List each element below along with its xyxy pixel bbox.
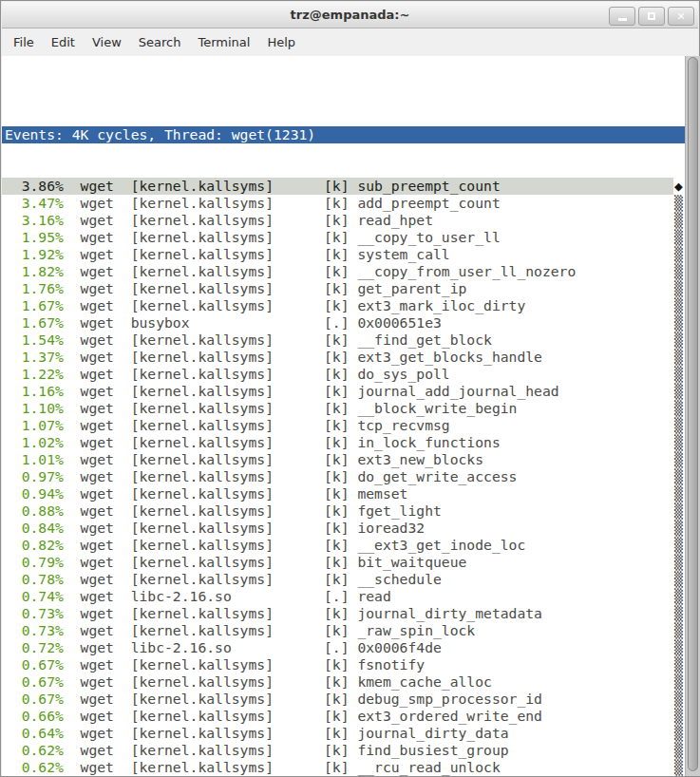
gtk-scrollbar-track[interactable] (685, 56, 700, 776)
close-button[interactable]: ✕ (668, 7, 694, 26)
tui-scrollbar-track-icon: ▒ (674, 639, 683, 656)
minimize-button[interactable] (609, 7, 635, 26)
minimize-icon (618, 18, 627, 21)
tui-scrollbar-track-icon: ▒ (674, 725, 683, 742)
perf-row[interactable]: 1.82% wget [kernel.kallsyms] [k] __copy_… (2, 263, 685, 280)
perf-row[interactable]: 1.95% wget [kernel.kallsyms] [k] __copy_… (2, 229, 685, 246)
tui-scrollbar-track-icon: ▒ (674, 622, 683, 639)
tui-scrollbar-track-icon: ▒ (674, 434, 683, 451)
overhead-pct: 0.67% (5, 691, 64, 707)
overhead-pct: 1.76% (5, 280, 64, 296)
overhead-pct: 3.86% (5, 178, 64, 194)
tui-scrollbar-track-icon: ▒ (674, 554, 683, 571)
perf-row[interactable]: 0.79% wget [kernel.kallsyms] [k] bit_wai… (2, 554, 685, 571)
perf-row[interactable]: 1.92% wget [kernel.kallsyms] [k] system_… (2, 246, 685, 263)
perf-row[interactable]: 3.16% wget [kernel.kallsyms] [k] read_hp… (2, 212, 685, 229)
tui-scrollbar-track-icon: ▒ (674, 280, 683, 297)
menu-help[interactable]: Help (258, 28, 304, 56)
perf-row[interactable]: 3.47% wget [kernel.kallsyms] [k] add_pre… (2, 195, 685, 212)
menubar: File Edit View Search Terminal Help (2, 28, 698, 56)
terminal-top-padding (2, 90, 685, 92)
tui-scrollbar-track-icon: ▒ (674, 673, 683, 691)
perf-row[interactable]: 0.78% wget [kernel.kallsyms] [k] __sched… (2, 571, 685, 588)
perf-row[interactable]: 0.82% wget [kernel.kallsyms] [k] __ext3_… (2, 537, 685, 554)
perf-row[interactable]: 0.73% wget [kernel.kallsyms] [k] _raw_sp… (2, 622, 685, 639)
perf-row[interactable]: 0.74% wget libc-2.16.so [.] read▒ (2, 588, 685, 605)
terminal-window: trz@empanada:~ ✕ File Edit View Search T… (0, 0, 700, 777)
overhead-pct: 0.66% (5, 708, 64, 724)
overhead-pct: 1.16% (5, 383, 64, 399)
perf-row[interactable]: 0.84% wget [kernel.kallsyms] [k] ioread3… (2, 520, 685, 537)
overhead-pct: 0.94% (5, 485, 64, 502)
row-details: wget libc-2.16.so [.] read (64, 588, 391, 604)
perf-row[interactable]: 0.67% wget [kernel.kallsyms] [k] debug_s… (2, 691, 685, 708)
perf-row[interactable]: 1.76% wget [kernel.kallsyms] [k] get_par… (2, 280, 685, 297)
titlebar[interactable]: trz@empanada:~ ✕ (2, 2, 698, 28)
close-icon: ✕ (676, 11, 685, 22)
menu-view[interactable]: View (84, 28, 130, 56)
menu-edit[interactable]: Edit (43, 28, 84, 56)
perf-row[interactable]: 1.67% wget busybox [.] 0x000651e3▒ (2, 314, 685, 332)
row-details: wget [kernel.kallsyms] [k] journal_dirty… (64, 725, 509, 741)
perf-row[interactable]: 1.10% wget [kernel.kallsyms] [k] __block… (2, 400, 685, 417)
perf-row[interactable]: 3.86% wget [kernel.kallsyms] [k] sub_pre… (2, 178, 685, 195)
row-details: wget [kernel.kallsyms] [k] fget_light (64, 502, 442, 519)
perf-row[interactable]: 1.67% wget [kernel.kallsyms] [k] ext3_ma… (2, 297, 685, 314)
perf-row[interactable]: 1.16% wget [kernel.kallsyms] [k] journal… (2, 383, 685, 400)
overhead-pct: 1.37% (5, 349, 64, 365)
menu-search[interactable]: Search (130, 28, 190, 56)
row-details: wget libc-2.16.so [.] 0x0006f4de (64, 639, 442, 655)
overhead-pct: 0.74% (5, 588, 64, 604)
overhead-pct: 0.97% (5, 468, 64, 484)
perf-row[interactable]: 0.94% wget [kernel.kallsyms] [k] memset▒ (2, 485, 685, 502)
overhead-pct: 1.02% (5, 434, 64, 450)
row-details: wget [kernel.kallsyms] [k] sub_preempt_c… (64, 178, 501, 194)
row-details: wget [kernel.kallsyms] [k] __rcu_read_un… (64, 759, 501, 775)
perf-row[interactable]: 0.64% wget [kernel.kallsyms] [k] journal… (2, 725, 685, 742)
tui-scrollbar-track-icon: ▒ (674, 605, 683, 622)
tui-scrollbar-track-icon: ▒ (674, 588, 683, 605)
perf-row[interactable]: 1.37% wget [kernel.kallsyms] [k] ext3_ge… (2, 349, 685, 366)
perf-row[interactable]: 1.54% wget [kernel.kallsyms] [k] __find_… (2, 332, 685, 349)
perf-row[interactable]: 1.02% wget [kernel.kallsyms] [k] in_lock… (2, 434, 685, 451)
perf-row[interactable]: 0.88% wget [kernel.kallsyms] [k] fget_li… (2, 502, 685, 520)
tui-scrollbar-track-icon: ▒ (674, 708, 683, 725)
row-details: wget [kernel.kallsyms] [k] tcp_recvmsg (64, 417, 450, 433)
perf-row[interactable]: 0.73% wget [kernel.kallsyms] [k] journal… (2, 605, 685, 622)
perf-row[interactable]: 0.62% wget [kernel.kallsyms] [k] __rcu_r… (2, 759, 685, 776)
menu-terminal[interactable]: Terminal (189, 28, 258, 56)
perf-row[interactable]: 0.97% wget [kernel.kallsyms] [k] do_get_… (2, 468, 685, 485)
perf-row[interactable]: 0.67% wget [kernel.kallsyms] [k] kmem_ca… (2, 673, 685, 691)
row-details: wget [kernel.kallsyms] [k] system_call (64, 246, 450, 262)
window-controls: ✕ (609, 7, 694, 26)
row-details: wget [kernel.kallsyms] [k] __copy_from_u… (64, 263, 576, 279)
perf-row[interactable]: 0.66% wget [kernel.kallsyms] [k] ext3_or… (2, 708, 685, 725)
menu-file[interactable]: File (5, 28, 43, 56)
row-details: wget [kernel.kallsyms] [k] ext3_mark_ilo… (64, 297, 525, 313)
overhead-pct: 0.67% (5, 673, 64, 690)
row-details: wget [kernel.kallsyms] [k] in_lock_funct… (64, 434, 501, 450)
perf-row[interactable]: 1.01% wget [kernel.kallsyms] [k] ext3_ne… (2, 451, 685, 468)
gtk-scrollbar-thumb[interactable] (688, 57, 698, 771)
window-title: trz@empanada:~ (2, 2, 698, 28)
perf-row[interactable]: 0.62% wget [kernel.kallsyms] [k] find_bu… (2, 742, 685, 759)
row-details: wget [kernel.kallsyms] [k] ext3_new_bloc… (64, 451, 483, 467)
row-details: wget [kernel.kallsyms] [k] kmem_cache_al… (64, 673, 492, 690)
tui-scrollbar-track-icon: ▒ (674, 195, 683, 212)
overhead-pct: 1.95% (5, 229, 64, 245)
overhead-pct: 1.54% (5, 332, 64, 348)
overhead-pct: 1.01% (5, 451, 64, 467)
row-details: wget [kernel.kallsyms] [k] read_hpet (64, 212, 433, 228)
overhead-pct: 0.67% (5, 656, 64, 673)
perf-row[interactable]: 0.72% wget libc-2.16.so [.] 0x0006f4de▒ (2, 639, 685, 656)
row-details: wget [kernel.kallsyms] [k] ext3_ordered_… (64, 708, 542, 724)
maximize-button[interactable] (638, 7, 665, 26)
perf-row[interactable]: 0.67% wget [kernel.kallsyms] [k] fsnotif… (2, 656, 685, 673)
row-details: wget [kernel.kallsyms] [k] ioread32 (64, 520, 425, 536)
row-details: wget [kernel.kallsyms] [k] _raw_spin_loc… (64, 622, 475, 638)
perf-row[interactable]: 1.22% wget [kernel.kallsyms] [k] do_sys_… (2, 366, 685, 383)
row-details: wget [kernel.kallsyms] [k] bit_waitqueue (64, 554, 466, 570)
terminal-content[interactable]: Events: 4K cycles, Thread: wget(1231) 3.… (2, 56, 685, 776)
row-details: wget [kernel.kallsyms] [k] add_preempt_c… (64, 195, 501, 211)
perf-row[interactable]: 1.07% wget [kernel.kallsyms] [k] tcp_rec… (2, 417, 685, 434)
